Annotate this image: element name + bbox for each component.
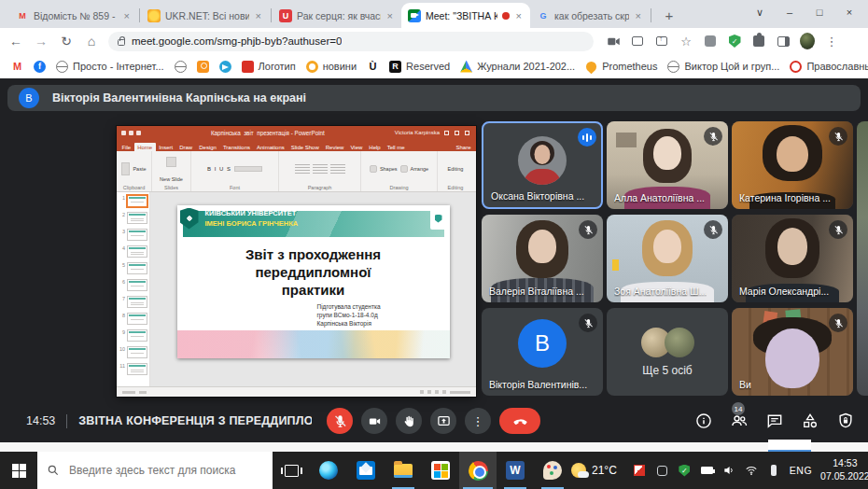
host-controls-button[interactable] bbox=[835, 411, 855, 430]
home-icon[interactable]: ⌂ bbox=[83, 34, 100, 49]
tile-oksana[interactable]: Оксана Вікторівна ... bbox=[482, 121, 603, 209]
tab-meet-active[interactable]: Meet: "ЗВІТНА КОН × bbox=[401, 3, 530, 28]
new-tab-button[interactable]: + bbox=[658, 4, 680, 26]
bookmark-star-icon[interactable]: ☆ bbox=[679, 34, 693, 49]
participant-name: Ви bbox=[739, 379, 751, 390]
store-button[interactable] bbox=[422, 452, 459, 489]
tray-icon-red-app[interactable] bbox=[633, 464, 647, 478]
browser-menu-icon[interactable]: ⋮ bbox=[824, 34, 839, 49]
taskbar-clock[interactable]: 14:53 07.05.2022 bbox=[820, 457, 868, 482]
tab-close-icon[interactable]: × bbox=[514, 10, 524, 21]
ppt-group-slides: New Slide Slides bbox=[152, 151, 191, 191]
taskbar-weather[interactable]: 21°C bbox=[571, 463, 617, 478]
ppt-body: 1 2 3 4 5 6 7 8 9 10 11 bbox=[117, 192, 476, 386]
tray-shield-icon[interactable]: ✓ bbox=[678, 464, 692, 478]
bookmark-tsoi[interactable]: Виктор Цой и груп... bbox=[667, 61, 779, 73]
chrome-button[interactable] bbox=[459, 452, 497, 489]
paint-button[interactable] bbox=[534, 452, 571, 489]
tab-close-icon[interactable]: × bbox=[385, 10, 395, 21]
tile-overflow[interactable]: Ще 5 осіб bbox=[607, 308, 728, 396]
profile-avatar[interactable] bbox=[800, 34, 815, 49]
minimize-button[interactable]: – bbox=[775, 0, 805, 24]
bookmark-prometheus[interactable]: Prometheus bbox=[585, 61, 657, 73]
bookmark-news[interactable]: новини bbox=[306, 61, 357, 73]
tile-katerina[interactable]: Катерина Ігорівна ... bbox=[732, 121, 853, 209]
lens-icon[interactable] bbox=[630, 34, 645, 49]
chat-button[interactable] bbox=[764, 411, 784, 430]
tile-maria[interactable]: Марія Олександрі... bbox=[732, 215, 853, 302]
meet-favicon bbox=[408, 9, 421, 22]
end-call-button[interactable] bbox=[499, 408, 540, 434]
back-icon[interactable]: ← bbox=[7, 34, 24, 49]
bookmark-site[interactable] bbox=[175, 61, 187, 73]
bookmark-orthodox[interactable]: Православные зна... bbox=[790, 61, 868, 73]
mail-button[interactable] bbox=[347, 452, 385, 489]
bookmark-journals[interactable]: Журнали 2021-202... bbox=[460, 61, 575, 73]
maximize-button[interactable]: □ bbox=[805, 0, 834, 24]
meeting-clock: 14:53 bbox=[26, 414, 55, 427]
meeting-info-button[interactable] bbox=[693, 411, 713, 430]
gmail-favicon: M bbox=[16, 9, 29, 22]
camera-in-use-icon[interactable] bbox=[606, 34, 621, 49]
tab-close-icon[interactable]: × bbox=[254, 10, 263, 21]
tab-gmail[interactable]: M Відомість № 859 - 4ВС з × bbox=[9, 3, 138, 28]
raise-hand-button[interactable] bbox=[396, 408, 422, 434]
ppt-tab-tellme: Tell me bbox=[384, 143, 408, 151]
edge-button[interactable] bbox=[310, 452, 347, 489]
bookmark-gmail[interactable]: M bbox=[11, 61, 23, 73]
tray-battery-icon[interactable] bbox=[700, 464, 714, 478]
mic-muted-button[interactable] bbox=[327, 408, 353, 434]
adblock-shield-icon[interactable]: ✓ bbox=[727, 34, 742, 49]
url-text[interactable]: meet.google.com/smg-phjb-byb?authuser=0 bbox=[132, 35, 342, 47]
tab-close-icon[interactable]: × bbox=[634, 10, 643, 21]
reload-icon[interactable]: ↻ bbox=[58, 34, 75, 49]
tray-usb-icon[interactable] bbox=[767, 464, 781, 478]
ppt-tab-design: Design bbox=[196, 143, 220, 151]
divider bbox=[66, 414, 67, 428]
forward-icon[interactable]: → bbox=[33, 34, 49, 49]
start-button[interactable] bbox=[0, 452, 37, 489]
window-menu-icon[interactable]: ∨ bbox=[745, 0, 775, 24]
tray-icon-app[interactable] bbox=[655, 464, 669, 478]
address-bar[interactable]: meet.google.com/smg-phjb-byb?authuser=0 bbox=[108, 32, 594, 51]
bookmark-facebook[interactable]: f bbox=[34, 61, 46, 73]
tile-zoya[interactable]: Зоя Анатоліївна Ш... bbox=[607, 215, 728, 302]
camera-button[interactable] bbox=[361, 408, 387, 434]
taskbar-search[interactable] bbox=[37, 452, 273, 489]
bookmark-prosto[interactable]: Просто - Інтернет... bbox=[56, 61, 164, 73]
share-icon[interactable] bbox=[654, 34, 669, 49]
tile-self[interactable]: Ви bbox=[732, 308, 853, 396]
tile-alla[interactable]: Алла Анатоліївна ... bbox=[607, 121, 728, 209]
extension-icon[interactable] bbox=[703, 34, 718, 49]
more-options-button[interactable]: ⋮ bbox=[465, 408, 491, 434]
extensions-puzzle-icon[interactable] bbox=[751, 34, 766, 49]
bookmark-telegram[interactable] bbox=[219, 61, 231, 73]
close-window-button[interactable]: × bbox=[834, 0, 864, 24]
activities-button[interactable] bbox=[800, 411, 819, 430]
tab-close-icon[interactable]: × bbox=[122, 10, 132, 21]
bookmark-ok[interactable] bbox=[197, 61, 209, 73]
explorer-button[interactable] bbox=[385, 452, 422, 489]
screen-share-tile[interactable]: Карпінська_звіт_презентація - PowerPoint… bbox=[117, 126, 476, 397]
screen: M Відомість № 859 - 4ВС з × UKR.NET: Всі… bbox=[0, 0, 868, 489]
ppt-ribbon-tabs: File Home Insert Draw Design Transitions… bbox=[117, 139, 476, 151]
tab-ukrnet[interactable]: UKR.NET: Всі новини Укр × bbox=[141, 3, 270, 28]
taskbar-search-input[interactable] bbox=[67, 463, 263, 478]
present-button[interactable] bbox=[430, 408, 456, 434]
ppt-tab-share: Share bbox=[453, 143, 474, 151]
side-panel-icon[interactable] bbox=[776, 34, 791, 49]
bookmark-logotype[interactable]: Логотип bbox=[242, 61, 296, 73]
tab-google-search[interactable]: G как обрезать скриншот × bbox=[530, 3, 650, 28]
bookmark-ukrnet[interactable]: Ù bbox=[367, 61, 379, 73]
tile-viktoria[interactable]: В Вікторія Валентинів... bbox=[482, 308, 603, 396]
word-button[interactable]: W bbox=[497, 452, 534, 489]
tray-wifi-icon[interactable] bbox=[745, 464, 759, 478]
tile-valeria[interactable]: Валерія Віталіївна ... bbox=[482, 215, 603, 302]
participants-button[interactable]: 14 bbox=[729, 411, 749, 430]
tray-volume-icon[interactable] bbox=[722, 464, 736, 478]
tab-unian[interactable]: U Рак серця: як вчасно ро × bbox=[273, 3, 401, 28]
tab-title: UKR.NET: Всі новини Укр bbox=[165, 10, 249, 21]
language-indicator[interactable]: ENG bbox=[790, 465, 812, 476]
task-view-button[interactable] bbox=[273, 452, 310, 489]
bookmark-reserved[interactable]: RReserved bbox=[389, 61, 450, 73]
